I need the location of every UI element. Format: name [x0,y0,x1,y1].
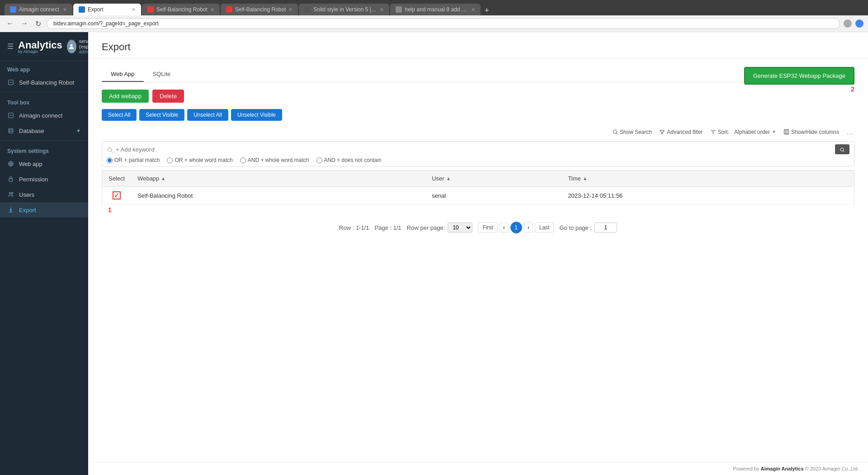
row-1-webapp-cell: Self-Balancing Robot [131,187,425,204]
nav-reload-button[interactable]: ↻ [33,19,43,29]
radio-and-whole-input[interactable] [240,157,246,163]
page-nav: First ‹ 1 › Last [478,222,554,233]
goto-page-input[interactable] [594,223,617,233]
svg-line-12 [616,133,618,134]
new-tab-button[interactable]: + [481,6,492,15]
browser-tab-1[interactable]: Aimagin connect ✕ [5,4,72,15]
sidebar-item-self-balancing[interactable]: Self-Balancing Robot [0,75,88,90]
svg-marker-25 [447,177,450,180]
show-search-label: Show Search [620,129,652,135]
sidebar-item-permission[interactable]: Permission [0,171,88,187]
tab-close-6[interactable]: ✕ [471,7,475,13]
sidebar-item-label-permission: Permission [19,176,48,183]
search-input[interactable] [116,146,832,153]
unselect-visible-button[interactable]: Unselect Visible [231,109,282,121]
tab-favicon-4 [226,6,232,13]
lock-icon [7,176,14,183]
radio-or-whole[interactable]: OR + whole word match [167,157,232,163]
col-user[interactable]: User [425,171,561,187]
select-visible-button[interactable]: Select Visible [139,109,184,121]
more-options-icon[interactable]: … [846,127,854,137]
prev-page-button[interactable]: ‹ [500,223,509,233]
sidebar-item-label-export: Export [19,207,36,214]
action-row: Add webapp Delete [102,90,854,103]
search-submit-button[interactable] [835,144,849,154]
rows-per-page-select[interactable]: 10 25 50 100 [448,223,472,233]
sort-caret-icon: ▼ [772,129,776,134]
sidebar-item-label-database: Database [19,128,44,134]
time-sort-icon [583,176,587,181]
sort-item[interactable]: Sort: Alphabet order ▼ [710,129,776,135]
sidebar-item-aimagin-connect[interactable]: Aimagin connect [0,108,88,123]
tab-title-1: Aimagin connect [19,6,60,13]
filter-icon [659,129,665,135]
radio-and-whole-label: AND + whole word match [248,157,309,163]
sidebar-item-database[interactable]: Database ▼ [0,123,88,138]
browser-tab-6[interactable]: help and manual 8 add code - C... ✕ [390,4,481,15]
address-bar-input[interactable] [47,18,840,29]
goto-page-label: Go to page : [559,224,592,231]
tab-title-3: Self-Balancing Robot [156,6,208,13]
radio-or-whole-input[interactable] [167,157,173,163]
delete-button[interactable]: Delete [152,90,184,103]
sidebar-item-web-app[interactable]: Web app [0,156,88,171]
tabs-bar: Web App SQLite [102,67,854,82]
generate-badge: 2 [851,86,854,93]
profile-icon[interactable] [855,19,863,28]
radio-and-not-label: AND + does not contain [324,157,382,163]
nav-back-button[interactable]: ← [5,19,15,28]
advanced-filter-item[interactable]: Advanced filter [659,129,703,135]
radio-or-whole-label: OR + whole word match [175,157,232,163]
pagination-row: Row : 1-1/1 Page : 1/1 Row per page: 10 … [102,222,854,233]
tab-close-4[interactable]: ✕ [288,7,292,13]
tab-web-app[interactable]: Web App [102,67,144,82]
svg-point-10 [11,192,13,194]
sidebar-section-web-app: Web app [0,61,88,75]
select-all-button[interactable]: Select All [102,109,137,121]
show-hide-columns-item[interactable]: Show/Hide columns [783,129,839,135]
browser-tab-2[interactable]: Export ✕ [73,4,141,15]
columns-icon [783,129,789,135]
tab-close-1[interactable]: ✕ [63,7,67,13]
first-page-button[interactable]: First [478,223,497,233]
browser-tab-4[interactable]: Self-Balancing Robot ✕ [221,4,298,15]
sidebar-item-users[interactable]: Users [0,187,88,202]
col-webapp[interactable]: Webapp [131,171,425,187]
radio-and-whole[interactable]: AND + whole word match [240,157,309,163]
col-time[interactable]: Time [561,171,854,187]
app-footer: Powered by Aimagin Analytics © 2023 Aima… [88,462,868,475]
unselect-all-button[interactable]: Unselect All [187,109,228,121]
hamburger-icon[interactable]: ☰ [7,42,14,51]
row-1-select-cell[interactable]: ✓ [102,187,132,204]
generate-esp32-button[interactable]: Generate ESP32 Webapp Package [744,67,854,85]
tab-close-3[interactable]: ✕ [210,7,214,13]
sort-value: Alphabet order [734,129,770,135]
row-1-checkbox[interactable]: ✓ [113,191,121,200]
radio-and-not[interactable]: AND + does not contain [316,157,382,163]
add-webapp-button[interactable]: Add webapp [102,90,149,103]
extensions-icon[interactable] [844,19,852,28]
nav-forward-button[interactable]: → [19,19,30,28]
users-icon [7,191,14,198]
advanced-filter-label: Advanced filter [667,129,703,135]
browser-toolbar-icons [844,19,863,28]
page-1-button[interactable]: 1 [510,222,522,233]
tab-title-5: Solid style in Version 5 | Font A... [313,6,377,13]
show-search-item[interactable]: Show Search [612,129,652,135]
tab-sqlite[interactable]: SQLite [144,67,180,82]
row-1-time-cell: 2023-12-14 05:11:56 [561,187,854,204]
last-page-button[interactable]: Last [535,223,554,233]
radio-and-not-input[interactable] [316,157,322,163]
sort-icon [710,129,716,135]
radio-or-partial[interactable]: OR + partial match [107,157,160,163]
radio-or-partial-input[interactable] [107,157,113,163]
next-page-button[interactable]: › [524,223,533,233]
browser-tab-3[interactable]: Self-Balancing Robot ✕ [142,4,220,15]
sidebar-item-export[interactable]: Export [0,202,88,218]
svg-marker-26 [584,177,586,180]
tab-close-5[interactable]: ✕ [380,7,384,13]
search-input-icon [107,146,113,153]
sidebar-item-label-users: Users [19,191,34,198]
browser-tab-5[interactable]: Solid style in Version 5 | Font A... ✕ [299,4,389,15]
tab-close-2[interactable]: ✕ [132,7,136,13]
